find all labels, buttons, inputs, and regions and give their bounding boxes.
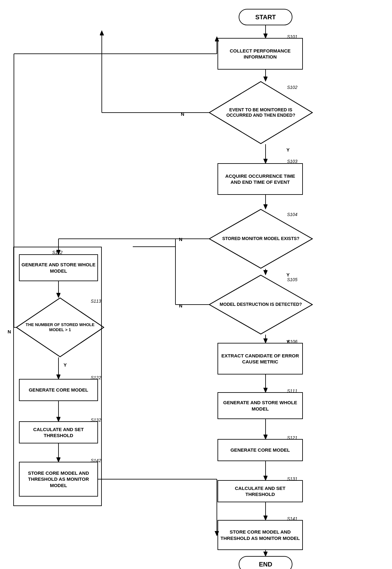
flowchart-diagram: START S101 COLLECT PERFORMANCE INFORMATI… (0, 0, 392, 569)
process-s142: STORE CORE MODEL AND THRESHOLD AS MONITO… (19, 462, 98, 497)
decision-s105: MODEL DESTRUCTION IS DETECTED? (209, 275, 313, 335)
decision-s105-label: MODEL DESTRUCTION IS DETECTED? (209, 275, 313, 335)
ny-s104-n: N (179, 237, 182, 242)
decision-s113-label: THE NUMBER OF STORED WHOLE MODEL > 1 (16, 297, 104, 357)
process-s121: GENERATE CORE MODEL (217, 439, 303, 461)
process-s132: CALCULATE AND SET THRESHOLD (19, 421, 98, 443)
process-s141: STORE CORE MODEL AND THRESHOLD AS MONITO… (217, 520, 303, 550)
ny-s102-y: Y (286, 147, 290, 152)
ny-s105-n: N (179, 303, 182, 308)
decision-s104: STORED MONITOR MODEL EXISTS? (209, 209, 313, 269)
decision-s102: EVENT TO BE MONITORED IS OCCURRED AND TH… (209, 81, 313, 144)
start-terminal: START (239, 9, 292, 25)
process-s112: GENERATE AND STORE WHOLE MODEL (19, 254, 98, 281)
decision-s113: THE NUMBER OF STORED WHOLE MODEL > 1 (16, 297, 104, 357)
process-s101: COLLECT PERFORMANCE INFORMATION (217, 38, 303, 70)
ny-s113-n: N (8, 329, 11, 334)
end-terminal: END (239, 556, 292, 569)
process-s131: CALCULATE AND SET THRESHOLD (217, 480, 303, 502)
process-s111: GENERATE AND STORE WHOLE MODEL (217, 392, 303, 419)
process-s106: EXTRACT CANDIDATE OF ERROR CAUSE METRIC (217, 343, 303, 374)
decision-s104-label: STORED MONITOR MODEL EXISTS? (209, 209, 313, 269)
ny-s102-n: N (181, 111, 184, 117)
decision-s102-label: EVENT TO BE MONITORED IS OCCURRED AND TH… (209, 81, 313, 144)
ny-s113-y: Y (64, 362, 67, 368)
process-s122: GENERATE CORE MODEL (19, 379, 98, 401)
process-s103: ACQUIRE OCCURRENCE TIME AND END TIME OF … (217, 163, 303, 195)
